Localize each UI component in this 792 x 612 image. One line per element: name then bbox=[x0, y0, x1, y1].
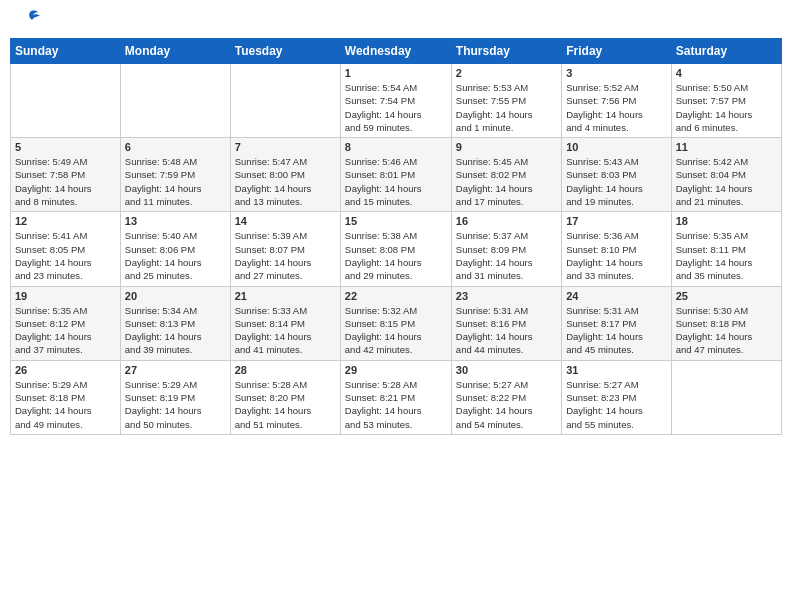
day-info: Sunrise: 5:27 AMSunset: 8:22 PMDaylight:… bbox=[456, 378, 557, 431]
calendar-table: SundayMondayTuesdayWednesdayThursdayFrid… bbox=[10, 38, 782, 435]
day-info: Sunrise: 5:36 AMSunset: 8:10 PMDaylight:… bbox=[566, 229, 666, 282]
calendar-cell: 20Sunrise: 5:34 AMSunset: 8:13 PMDayligh… bbox=[120, 286, 230, 360]
day-info: Sunrise: 5:54 AMSunset: 7:54 PMDaylight:… bbox=[345, 81, 447, 134]
calendar-week-row: 19Sunrise: 5:35 AMSunset: 8:12 PMDayligh… bbox=[11, 286, 782, 360]
day-number: 12 bbox=[15, 215, 116, 227]
day-info: Sunrise: 5:37 AMSunset: 8:09 PMDaylight:… bbox=[456, 229, 557, 282]
calendar-cell: 10Sunrise: 5:43 AMSunset: 8:03 PMDayligh… bbox=[562, 138, 671, 212]
calendar-cell: 29Sunrise: 5:28 AMSunset: 8:21 PMDayligh… bbox=[340, 360, 451, 434]
calendar-cell: 8Sunrise: 5:46 AMSunset: 8:01 PMDaylight… bbox=[340, 138, 451, 212]
day-number: 4 bbox=[676, 67, 777, 79]
day-number: 25 bbox=[676, 290, 777, 302]
day-number: 29 bbox=[345, 364, 447, 376]
calendar-week-row: 5Sunrise: 5:49 AMSunset: 7:58 PMDaylight… bbox=[11, 138, 782, 212]
day-info: Sunrise: 5:28 AMSunset: 8:21 PMDaylight:… bbox=[345, 378, 447, 431]
day-number: 3 bbox=[566, 67, 666, 79]
calendar-cell: 16Sunrise: 5:37 AMSunset: 8:09 PMDayligh… bbox=[451, 212, 561, 286]
calendar-cell: 14Sunrise: 5:39 AMSunset: 8:07 PMDayligh… bbox=[230, 212, 340, 286]
day-number: 30 bbox=[456, 364, 557, 376]
day-number: 28 bbox=[235, 364, 336, 376]
day-number: 5 bbox=[15, 141, 116, 153]
calendar-cell: 2Sunrise: 5:53 AMSunset: 7:55 PMDaylight… bbox=[451, 64, 561, 138]
day-info: Sunrise: 5:47 AMSunset: 8:00 PMDaylight:… bbox=[235, 155, 336, 208]
logo bbox=[18, 14, 40, 26]
calendar-cell: 30Sunrise: 5:27 AMSunset: 8:22 PMDayligh… bbox=[451, 360, 561, 434]
day-info: Sunrise: 5:35 AMSunset: 8:11 PMDaylight:… bbox=[676, 229, 777, 282]
day-number: 31 bbox=[566, 364, 666, 376]
day-number: 2 bbox=[456, 67, 557, 79]
page-header bbox=[10, 10, 782, 30]
day-number: 17 bbox=[566, 215, 666, 227]
calendar-cell: 7Sunrise: 5:47 AMSunset: 8:00 PMDaylight… bbox=[230, 138, 340, 212]
day-info: Sunrise: 5:41 AMSunset: 8:05 PMDaylight:… bbox=[15, 229, 116, 282]
day-info: Sunrise: 5:39 AMSunset: 8:07 PMDaylight:… bbox=[235, 229, 336, 282]
day-of-week-header: Monday bbox=[120, 39, 230, 64]
day-number: 21 bbox=[235, 290, 336, 302]
day-number: 13 bbox=[125, 215, 226, 227]
day-info: Sunrise: 5:45 AMSunset: 8:02 PMDaylight:… bbox=[456, 155, 557, 208]
day-number: 11 bbox=[676, 141, 777, 153]
day-of-week-header: Sunday bbox=[11, 39, 121, 64]
day-of-week-header: Friday bbox=[562, 39, 671, 64]
day-info: Sunrise: 5:50 AMSunset: 7:57 PMDaylight:… bbox=[676, 81, 777, 134]
calendar-cell bbox=[671, 360, 781, 434]
day-info: Sunrise: 5:42 AMSunset: 8:04 PMDaylight:… bbox=[676, 155, 777, 208]
day-number: 22 bbox=[345, 290, 447, 302]
day-info: Sunrise: 5:49 AMSunset: 7:58 PMDaylight:… bbox=[15, 155, 116, 208]
day-number: 14 bbox=[235, 215, 336, 227]
calendar-cell: 4Sunrise: 5:50 AMSunset: 7:57 PMDaylight… bbox=[671, 64, 781, 138]
calendar-cell: 1Sunrise: 5:54 AMSunset: 7:54 PMDaylight… bbox=[340, 64, 451, 138]
calendar-cell: 23Sunrise: 5:31 AMSunset: 8:16 PMDayligh… bbox=[451, 286, 561, 360]
calendar-week-row: 26Sunrise: 5:29 AMSunset: 8:18 PMDayligh… bbox=[11, 360, 782, 434]
day-number: 6 bbox=[125, 141, 226, 153]
calendar-cell: 31Sunrise: 5:27 AMSunset: 8:23 PMDayligh… bbox=[562, 360, 671, 434]
day-number: 9 bbox=[456, 141, 557, 153]
calendar-cell: 28Sunrise: 5:28 AMSunset: 8:20 PMDayligh… bbox=[230, 360, 340, 434]
calendar-cell: 11Sunrise: 5:42 AMSunset: 8:04 PMDayligh… bbox=[671, 138, 781, 212]
day-info: Sunrise: 5:38 AMSunset: 8:08 PMDaylight:… bbox=[345, 229, 447, 282]
calendar-cell bbox=[230, 64, 340, 138]
day-info: Sunrise: 5:35 AMSunset: 8:12 PMDaylight:… bbox=[15, 304, 116, 357]
calendar-week-row: 12Sunrise: 5:41 AMSunset: 8:05 PMDayligh… bbox=[11, 212, 782, 286]
day-info: Sunrise: 5:31 AMSunset: 8:17 PMDaylight:… bbox=[566, 304, 666, 357]
day-of-week-header: Wednesday bbox=[340, 39, 451, 64]
day-info: Sunrise: 5:48 AMSunset: 7:59 PMDaylight:… bbox=[125, 155, 226, 208]
day-info: Sunrise: 5:32 AMSunset: 8:15 PMDaylight:… bbox=[345, 304, 447, 357]
day-number: 16 bbox=[456, 215, 557, 227]
day-number: 20 bbox=[125, 290, 226, 302]
calendar-cell: 17Sunrise: 5:36 AMSunset: 8:10 PMDayligh… bbox=[562, 212, 671, 286]
day-number: 24 bbox=[566, 290, 666, 302]
calendar-cell: 27Sunrise: 5:29 AMSunset: 8:19 PMDayligh… bbox=[120, 360, 230, 434]
day-number: 15 bbox=[345, 215, 447, 227]
day-of-week-header: Saturday bbox=[671, 39, 781, 64]
day-info: Sunrise: 5:43 AMSunset: 8:03 PMDaylight:… bbox=[566, 155, 666, 208]
day-info: Sunrise: 5:53 AMSunset: 7:55 PMDaylight:… bbox=[456, 81, 557, 134]
day-number: 1 bbox=[345, 67, 447, 79]
calendar-header-row: SundayMondayTuesdayWednesdayThursdayFrid… bbox=[11, 39, 782, 64]
day-info: Sunrise: 5:52 AMSunset: 7:56 PMDaylight:… bbox=[566, 81, 666, 134]
day-number: 19 bbox=[15, 290, 116, 302]
day-info: Sunrise: 5:29 AMSunset: 8:18 PMDaylight:… bbox=[15, 378, 116, 431]
calendar-cell: 24Sunrise: 5:31 AMSunset: 8:17 PMDayligh… bbox=[562, 286, 671, 360]
day-info: Sunrise: 5:29 AMSunset: 8:19 PMDaylight:… bbox=[125, 378, 226, 431]
day-number: 23 bbox=[456, 290, 557, 302]
calendar-cell: 19Sunrise: 5:35 AMSunset: 8:12 PMDayligh… bbox=[11, 286, 121, 360]
day-number: 7 bbox=[235, 141, 336, 153]
day-number: 8 bbox=[345, 141, 447, 153]
day-number: 18 bbox=[676, 215, 777, 227]
day-number: 26 bbox=[15, 364, 116, 376]
calendar-cell: 13Sunrise: 5:40 AMSunset: 8:06 PMDayligh… bbox=[120, 212, 230, 286]
calendar-cell: 15Sunrise: 5:38 AMSunset: 8:08 PMDayligh… bbox=[340, 212, 451, 286]
day-info: Sunrise: 5:28 AMSunset: 8:20 PMDaylight:… bbox=[235, 378, 336, 431]
day-number: 27 bbox=[125, 364, 226, 376]
day-number: 10 bbox=[566, 141, 666, 153]
day-info: Sunrise: 5:40 AMSunset: 8:06 PMDaylight:… bbox=[125, 229, 226, 282]
calendar-cell: 18Sunrise: 5:35 AMSunset: 8:11 PMDayligh… bbox=[671, 212, 781, 286]
day-info: Sunrise: 5:27 AMSunset: 8:23 PMDaylight:… bbox=[566, 378, 666, 431]
calendar-cell bbox=[120, 64, 230, 138]
calendar-cell: 6Sunrise: 5:48 AMSunset: 7:59 PMDaylight… bbox=[120, 138, 230, 212]
calendar-cell: 21Sunrise: 5:33 AMSunset: 8:14 PMDayligh… bbox=[230, 286, 340, 360]
calendar-cell: 25Sunrise: 5:30 AMSunset: 8:18 PMDayligh… bbox=[671, 286, 781, 360]
calendar-cell: 12Sunrise: 5:41 AMSunset: 8:05 PMDayligh… bbox=[11, 212, 121, 286]
day-of-week-header: Thursday bbox=[451, 39, 561, 64]
